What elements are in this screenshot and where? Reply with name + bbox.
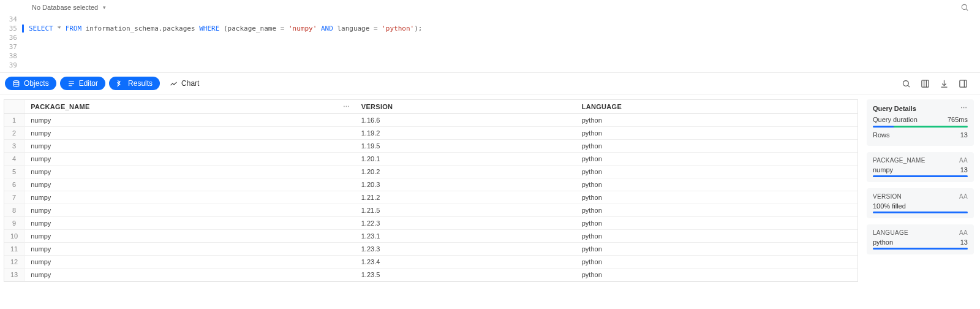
download-icon[interactable] [940, 79, 949, 88]
cell-version: 1.16.6 [355, 113, 576, 126]
duration-value: 765ms [948, 116, 968, 123]
field-bar [873, 212, 968, 213]
table-row[interactable]: 2numpy1.19.2python [4, 126, 858, 139]
sql-token: WHERE [199, 24, 219, 33]
svg-line-1 [967, 9, 968, 11]
editor-tab-label: Editor [79, 79, 98, 88]
cell-package-name: numpy [24, 268, 355, 281]
cell-version: 1.20.2 [355, 165, 576, 178]
row-number: 6 [4, 178, 24, 191]
column-menu-icon[interactable]: ⋯ [343, 101, 350, 113]
version-header[interactable]: VERSION [355, 100, 576, 113]
svg-point-2 [13, 80, 19, 82]
table-header-row: PACKAGE_NAME ⋯ VERSION LANGUAGE [4, 100, 858, 113]
cell-language: python [576, 268, 858, 281]
more-icon[interactable]: ⋯ [960, 104, 968, 112]
cell-version: 1.23.3 [355, 242, 576, 255]
sql-editor[interactable]: 343536373839 SELECT * FROM information_s… [0, 15, 980, 72]
cell-package-name: numpy [24, 255, 355, 268]
line-number: 36 [0, 33, 17, 42]
database-selector[interactable]: No Database selected ▾ [32, 4, 106, 11]
cell-package-name: numpy [24, 216, 355, 229]
code-line[interactable] [22, 52, 422, 61]
table-row[interactable]: 12numpy1.23.4python [4, 255, 858, 268]
cell-version: 1.19.5 [355, 139, 576, 152]
cell-language: python [576, 255, 858, 268]
table-row[interactable]: 5numpy1.20.2python [4, 165, 858, 178]
sql-token [317, 24, 321, 33]
objects-tab[interactable]: Objects [5, 77, 56, 90]
table-row[interactable]: 7numpy1.21.2python [4, 191, 858, 204]
cell-language: python [576, 204, 858, 216]
row-number: 2 [4, 126, 24, 139]
field-value: 100% filled [873, 202, 906, 210]
cell-version: 1.23.5 [355, 268, 576, 281]
svg-point-0 [962, 4, 967, 9]
cell-version: 1.21.2 [355, 191, 576, 204]
table-row[interactable]: 9numpy1.22.3python [4, 216, 858, 229]
code-line[interactable] [22, 61, 422, 70]
code-line[interactable]: SELECT * FROM information_schema.package… [22, 24, 422, 33]
table-row[interactable]: 8numpy1.21.5python [4, 204, 858, 216]
table-row[interactable]: 11numpy1.23.3python [4, 242, 858, 255]
field-bar-fill [873, 175, 968, 177]
code-line[interactable] [22, 42, 422, 52]
cell-version: 1.20.3 [355, 178, 576, 191]
cell-package-name: numpy [24, 229, 355, 242]
cell-language: python [576, 165, 858, 178]
table-row[interactable]: 6numpy1.20.3python [4, 178, 858, 191]
table-row[interactable]: 10numpy1.23.1python [4, 229, 858, 242]
results-tab[interactable]: Results [109, 77, 160, 90]
row-number: 3 [4, 139, 24, 152]
cell-language: python [576, 191, 858, 204]
table-row[interactable]: 1numpy1.16.6python [4, 113, 858, 126]
row-number: 9 [4, 216, 24, 229]
cell-language: python [576, 113, 858, 126]
svg-rect-8 [922, 80, 929, 86]
field-value: python [873, 238, 893, 246]
editor-tab[interactable]: Editor [60, 77, 105, 90]
chart-tab[interactable]: Chart [164, 77, 205, 90]
cell-version: 1.23.1 [355, 229, 576, 242]
sql-token: * [53, 24, 66, 33]
field-bar-fill [873, 248, 968, 250]
sql-token: SELECT [29, 24, 53, 33]
active-line-indicator [22, 25, 24, 32]
table-row[interactable]: 3numpy1.19.5python [4, 139, 858, 152]
chevron-down-icon: ▾ [103, 4, 106, 10]
row-number: 12 [4, 255, 24, 268]
language-header[interactable]: LANGUAGE [576, 100, 858, 113]
rows-label: Rows [873, 131, 890, 139]
cell-version: 1.19.2 [355, 126, 576, 139]
panel-toggle-icon[interactable] [959, 79, 968, 88]
code-line[interactable] [22, 33, 422, 42]
results-table: PACKAGE_NAME ⋯ VERSION LANGUAGE 1numpy1.… [4, 99, 858, 282]
svg-point-6 [903, 80, 909, 86]
cell-package-name: numpy [24, 139, 355, 152]
chart-tab-label: Chart [181, 79, 199, 88]
cell-package-name: numpy [24, 126, 355, 139]
query-details-title: Query Details [873, 105, 916, 112]
table-row[interactable]: 13numpy1.23.5python [4, 268, 858, 281]
columns-icon[interactable] [921, 79, 930, 88]
cell-package-name: numpy [24, 204, 355, 216]
cell-version: 1.21.5 [355, 204, 576, 216]
duration-bar-blue [873, 126, 894, 128]
duration-bar [873, 126, 968, 128]
package-name-header-label: PACKAGE_NAME [31, 103, 89, 110]
field-name: PACKAGE_NAME [873, 157, 925, 164]
cell-package-name: numpy [24, 113, 355, 126]
results-tab-label: Results [128, 79, 153, 88]
database-label: No Database selected [32, 4, 98, 11]
search-results-icon[interactable] [902, 79, 911, 88]
field-value: numpy [873, 166, 893, 174]
code-line[interactable] [22, 15, 422, 24]
cell-package-name: numpy [24, 165, 355, 178]
cell-language: python [576, 152, 858, 165]
sql-token: language = [333, 24, 382, 33]
field-stat-card: PACKAGE_NAMEAanumpy13 [867, 152, 974, 182]
search-icon[interactable] [960, 3, 969, 12]
table-row[interactable]: 4numpy1.20.1python [4, 152, 858, 165]
cell-language: python [576, 139, 858, 152]
package-name-header[interactable]: PACKAGE_NAME ⋯ [24, 100, 355, 113]
